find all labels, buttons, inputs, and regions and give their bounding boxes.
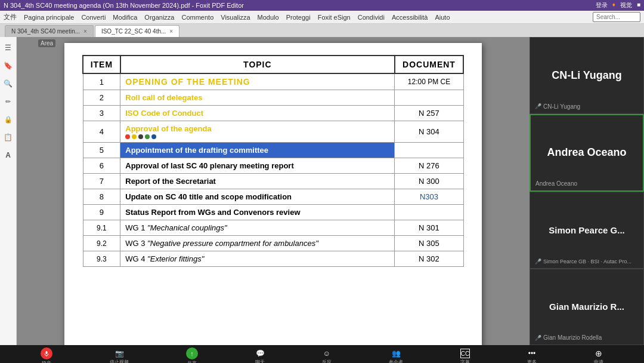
- cc-icon: CC: [460, 349, 470, 358]
- apply-label: 申请: [594, 359, 603, 363]
- mic-icon: [41, 347, 52, 359]
- n303-link[interactable]: N303: [420, 192, 438, 201]
- menu-edit[interactable]: Modifica: [113, 14, 137, 21]
- row-6-doc: N 276: [395, 158, 463, 174]
- row-8-topic: Update on SC 40 title and scope modifica…: [120, 189, 395, 205]
- table-row: 2 Roll call of delegates: [83, 90, 463, 106]
- share-label: 共享: [187, 360, 197, 363]
- row-5-item: 5: [83, 143, 120, 158]
- participants-button[interactable]: 👥 参会者: [389, 349, 403, 363]
- cc-label: 字幕: [460, 359, 470, 363]
- row-9-3-topic: WG 4 "Exterior fittings": [120, 251, 395, 267]
- menu-bar: 文件 Pagina principale Converti Modifica O…: [0, 11, 644, 24]
- row-4-doc: N 304: [395, 121, 463, 143]
- tab-1[interactable]: N 304_4th SC40 meetin... ×: [5, 25, 94, 37]
- title-controls: 登录 ♦ 视觉 ■: [596, 1, 640, 10]
- row-9-2-topic: WG 3 "Negative pressure compartment for …: [120, 236, 395, 251]
- col-header-item: ITEM: [83, 56, 120, 73]
- diamond-icon[interactable]: ♦: [612, 1, 615, 10]
- more-icon: •••: [527, 349, 537, 358]
- bottom-toolbar: 静音 📷 停止视频 ↑ 共享 💬 聊天 ☺ 反应 👥 参会者 CC 字幕 •••…: [0, 345, 644, 363]
- row-8-doc: N303: [395, 189, 463, 205]
- menu-esign[interactable]: Foxit eSign: [318, 14, 351, 21]
- table-row: 4 Approval of the agenda N 304: [83, 121, 463, 143]
- react-button[interactable]: ☺ 反应: [322, 349, 332, 363]
- apply-button[interactable]: ⊕ 申请: [594, 349, 603, 363]
- menu-convert[interactable]: Converti: [81, 14, 106, 21]
- menu-home[interactable]: Pagina principale: [24, 14, 74, 21]
- tab-1-close[interactable]: ×: [83, 28, 87, 35]
- row-9-topic: Status Report from WGs and Convenors rev…: [120, 205, 395, 220]
- dot-red: [125, 134, 130, 139]
- agenda-table: ITEM TOPIC DOCUMENT 1 OPENING OF THE MEE…: [82, 55, 464, 267]
- row-9-1-item: 9.1: [83, 220, 120, 236]
- participant-card-3[interactable]: Simon Pearce G... 🎤 Simon Pearce GB · BS…: [530, 192, 644, 269]
- react-label: 反应: [322, 359, 332, 363]
- menu-accessibility[interactable]: Accessibilità: [392, 14, 428, 21]
- chat-icon: 💬: [255, 349, 265, 358]
- col-header-document: DOCUMENT: [395, 56, 463, 73]
- table-row: 9.3 WG 4 "Exterior fittings" N 302: [83, 251, 463, 267]
- dot-blue: [151, 134, 156, 139]
- share-button[interactable]: ↑ 共享: [186, 347, 198, 363]
- main-area: ☰ 🔖 🔍 ✏ 🔒 📋 A Area ITEM TOPIC DOCUMENT: [0, 37, 644, 345]
- visual-btn[interactable]: 视觉: [620, 1, 632, 10]
- participant-3-name: Simon Pearce G...: [544, 225, 630, 235]
- dot-dark: [138, 134, 143, 139]
- lock-icon[interactable]: 🔒: [2, 113, 14, 125]
- pdf-page: ITEM TOPIC DOCUMENT 1 OPENING OF THE MEE…: [64, 43, 482, 345]
- menu-organize[interactable]: Organizza: [144, 14, 174, 21]
- svg-rect-0: [46, 351, 48, 354]
- close-icon[interactable]: ■: [637, 1, 640, 10]
- row-3-topic: ISO Code of Conduct: [120, 106, 395, 121]
- row-5-topic: Appointment of the drafting committee: [120, 143, 395, 158]
- participant-card-2[interactable]: Andrea Oceano Andrea Oceano: [530, 114, 644, 192]
- table-row: 9.1 WG 1 "Mechanical couplings" N 301: [83, 220, 463, 236]
- menu-view[interactable]: Visualizza: [221, 14, 250, 21]
- menu-share[interactable]: Condividi: [358, 14, 385, 21]
- participants-label: 参会者: [389, 359, 403, 363]
- menu-icon[interactable]: ☰: [2, 42, 14, 54]
- mute-button[interactable]: 静音: [41, 347, 52, 363]
- tab-2-close[interactable]: ×: [169, 28, 173, 35]
- row-9-3-doc: N 302: [395, 251, 463, 267]
- table-row: 9.2 WG 3 "Negative pressure compartment …: [83, 236, 463, 251]
- menu-protect[interactable]: Proteggi: [286, 14, 311, 21]
- share-icon: ↑: [186, 347, 198, 359]
- row-4-topic: Approval of the agenda: [120, 121, 395, 143]
- participant-card-1[interactable]: CN-Li Yugang 🎤 CN-Li Yugang: [530, 37, 644, 114]
- row-4-dots: [125, 134, 389, 139]
- react-icon: ☺: [322, 349, 332, 358]
- participant-1-name: CN-Li Yugang: [547, 69, 627, 82]
- row-2-item: 2: [83, 90, 120, 106]
- row-9-2-doc: N 305: [395, 236, 463, 251]
- menu-help[interactable]: Aiuto: [435, 14, 450, 21]
- menu-file[interactable]: 文件: [4, 13, 17, 21]
- row-8-item: 8: [83, 189, 120, 205]
- video-label: 停止视频: [110, 359, 129, 363]
- pen-icon[interactable]: ✏: [2, 96, 14, 107]
- search-sidebar-icon[interactable]: 🔍: [2, 78, 14, 90]
- col-header-topic: TOPIC: [120, 56, 395, 73]
- text-icon[interactable]: A: [2, 149, 14, 161]
- participant-card-4[interactable]: Gian Maurizio R... 🎤 Gian Maurizio Rodel…: [530, 269, 644, 346]
- bookmark-icon[interactable]: 🔖: [2, 60, 14, 72]
- cc-button[interactable]: CC 字幕: [460, 349, 470, 363]
- menu-module[interactable]: Modulo: [258, 14, 279, 21]
- tab-bar: N 304_4th SC40 meetin... × ISO_TC 22_SC …: [0, 24, 644, 37]
- dot-yellow: [132, 134, 137, 139]
- clipboard-icon[interactable]: 📋: [2, 131, 14, 143]
- chat-button[interactable]: 💬 聊天: [255, 349, 265, 363]
- row-9-3-item: 9.3: [83, 251, 120, 267]
- video-button[interactable]: 📷 停止视频: [110, 349, 129, 363]
- camera-icon: 📷: [114, 349, 124, 358]
- search-input[interactable]: [593, 12, 640, 22]
- apply-icon: ⊕: [594, 349, 603, 358]
- table-row: 1 OPENING OF THE MEETING 12:00 PM CE: [83, 73, 463, 90]
- menu-comment[interactable]: Commento: [181, 14, 213, 21]
- tab-2[interactable]: ISO_TC 22_SC 40 4th... ×: [95, 25, 179, 37]
- login-btn[interactable]: 登录: [596, 1, 608, 10]
- more-button[interactable]: ••• 更多: [527, 349, 537, 363]
- tab-2-label: ISO_TC 22_SC 40 4th...: [101, 28, 166, 35]
- row-9-2-item: 9.2: [83, 236, 120, 251]
